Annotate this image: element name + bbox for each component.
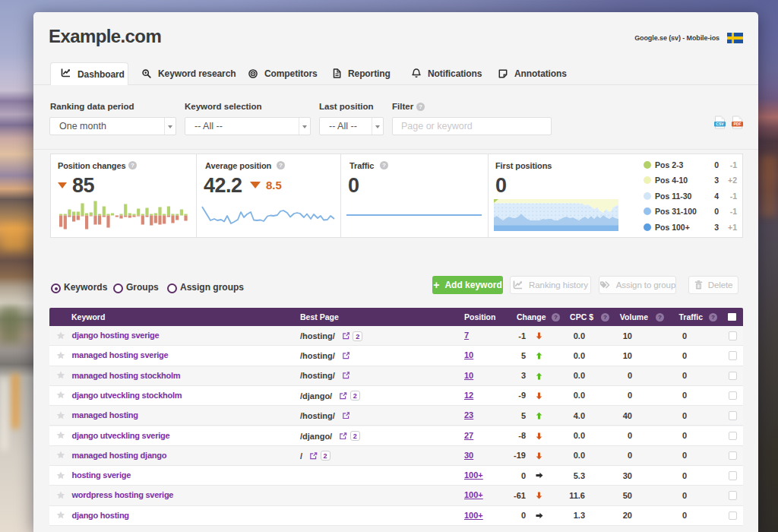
svg-text:PDF: PDF (734, 122, 742, 126)
svg-text:CSV: CSV (716, 122, 724, 126)
